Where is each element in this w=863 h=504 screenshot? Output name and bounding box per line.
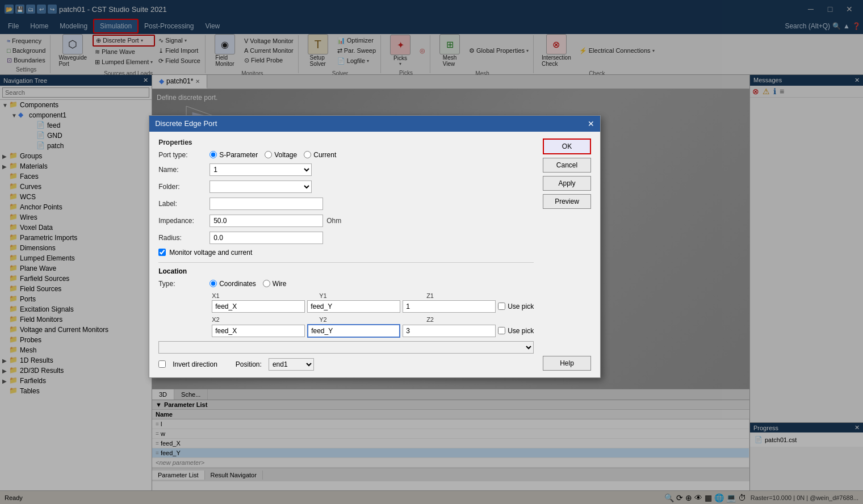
- sparameter-label: S-Parameter: [219, 151, 258, 159]
- label-input[interactable]: [210, 198, 323, 210]
- coord-headers-row: X1 Y1 Z1: [158, 292, 534, 299]
- folder-row: Folder:: [158, 180, 534, 193]
- location-type-label: Type:: [158, 280, 210, 288]
- radio-current-input[interactable]: [304, 151, 311, 158]
- monitor-checkbox-row: Monitor voltage and current: [158, 249, 534, 257]
- dialog-content: Properties Port type: S-Parameter Voltag…: [149, 132, 600, 377]
- z2-header: Z2: [426, 316, 531, 323]
- z1-input[interactable]: [403, 300, 496, 313]
- use-pick-2-label: Use pick: [508, 327, 534, 335]
- y2-header: Y2: [319, 316, 424, 323]
- invert-label: Invert direction: [173, 360, 217, 368]
- dialog-buttons: OK Cancel Apply Preview Help: [543, 138, 591, 371]
- z2-input[interactable]: [403, 325, 496, 337]
- dialog-overlay: Discrete Edge Port ✕ Properties Port typ…: [0, 0, 863, 504]
- help-button[interactable]: Help: [543, 356, 591, 371]
- folder-select[interactable]: [210, 180, 312, 193]
- name-select-wrapper: 1: [210, 163, 312, 176]
- monitor-label: Monitor voltage and current: [169, 249, 252, 257]
- x1-input[interactable]: [212, 300, 305, 313]
- port-type-row: Port type: S-Parameter Voltage: [158, 151, 534, 159]
- radio-coordinates[interactable]: Coordinates: [210, 280, 256, 288]
- voltage-radio-label: Voltage: [274, 151, 297, 159]
- use-pick-1-checkbox[interactable]: [498, 303, 505, 310]
- label-field-label: Label:: [158, 200, 210, 208]
- extra-dropdown-row: [158, 341, 534, 354]
- use-pick-2: Use pick: [498, 327, 534, 335]
- x2-header: X2: [212, 316, 317, 323]
- radio-sparameter[interactable]: S-Parameter: [210, 151, 258, 159]
- location-type-row: Type: Coordinates Wire: [158, 280, 534, 288]
- z1-header: Z1: [426, 292, 531, 299]
- use-pick-1: Use pick: [498, 303, 534, 310]
- y1-input[interactable]: [307, 300, 400, 313]
- dialog-title: Discrete Edge Port: [155, 119, 217, 128]
- discrete-edge-port-dialog: Discrete Edge Port ✕ Properties Port typ…: [149, 115, 601, 378]
- location-section: Location: [158, 262, 534, 275]
- location-radio-group: Coordinates Wire: [210, 280, 286, 288]
- radio-wire-input[interactable]: [263, 280, 270, 287]
- coordinates-label: Coordinates: [219, 280, 256, 288]
- point2-row: Use pick: [158, 324, 534, 338]
- ok-button[interactable]: OK: [543, 138, 591, 154]
- current-radio-label: Current: [313, 151, 336, 159]
- cancel-button[interactable]: Cancel: [543, 158, 591, 173]
- port-type-label: Port type:: [158, 151, 210, 159]
- dialog-body: Properties Port type: S-Parameter Voltag…: [158, 138, 591, 371]
- preview-button[interactable]: Preview: [543, 194, 591, 209]
- invert-checkbox[interactable]: [158, 360, 166, 368]
- y2-input[interactable]: [307, 324, 400, 338]
- monitor-checkbox[interactable]: [158, 249, 166, 256]
- name-select[interactable]: 1: [210, 163, 312, 176]
- impedance-input[interactable]: 50.0: [210, 215, 323, 227]
- x2-input[interactable]: [212, 325, 305, 337]
- impedance-field-label: Impedance:: [158, 217, 210, 225]
- y1-header: Y1: [319, 292, 424, 299]
- port-type-radio-group: S-Parameter Voltage Current: [210, 151, 336, 159]
- x1-header: X1: [212, 292, 317, 299]
- point1-row: Use pick: [158, 300, 534, 313]
- radius-row: Radius: 0.0: [158, 232, 534, 244]
- name-field-label: Name:: [158, 166, 210, 174]
- radio-voltage-input[interactable]: [265, 151, 272, 158]
- radio-voltage[interactable]: Voltage: [265, 151, 297, 159]
- use-pick-2-checkbox[interactable]: [498, 327, 505, 334]
- radio-coordinates-input[interactable]: [210, 280, 217, 287]
- radius-field-label: Radius:: [158, 234, 210, 242]
- folder-select-wrapper: [210, 180, 312, 193]
- invert-row: Invert direction Position: end1: [158, 358, 534, 371]
- apply-button[interactable]: Apply: [543, 176, 591, 191]
- use-pick-1-label: Use pick: [508, 303, 534, 310]
- impedance-row: Impedance: 50.0 Ohm: [158, 215, 534, 227]
- dialog-form: Properties Port type: S-Parameter Voltag…: [158, 138, 534, 371]
- wire-label: Wire: [273, 280, 287, 288]
- radio-sparameter-input[interactable]: [210, 151, 217, 158]
- position-select[interactable]: end1: [269, 358, 314, 371]
- dialog-close-button[interactable]: ✕: [588, 119, 594, 128]
- radius-input[interactable]: 0.0: [210, 232, 323, 244]
- coord2-headers-row: X2 Y2 Z2: [158, 316, 534, 323]
- folder-field-label: Folder:: [158, 183, 210, 191]
- radio-current[interactable]: Current: [304, 151, 336, 159]
- extra-dropdown[interactable]: [158, 341, 534, 354]
- position-label: Position:: [236, 360, 262, 368]
- impedance-unit: Ohm: [326, 217, 341, 225]
- label-row: Label:: [158, 198, 534, 210]
- radio-wire[interactable]: Wire: [263, 280, 287, 288]
- name-row: Name: 1: [158, 163, 534, 176]
- properties-section: Properties: [158, 138, 534, 146]
- dialog-titlebar: Discrete Edge Port ✕: [149, 116, 600, 132]
